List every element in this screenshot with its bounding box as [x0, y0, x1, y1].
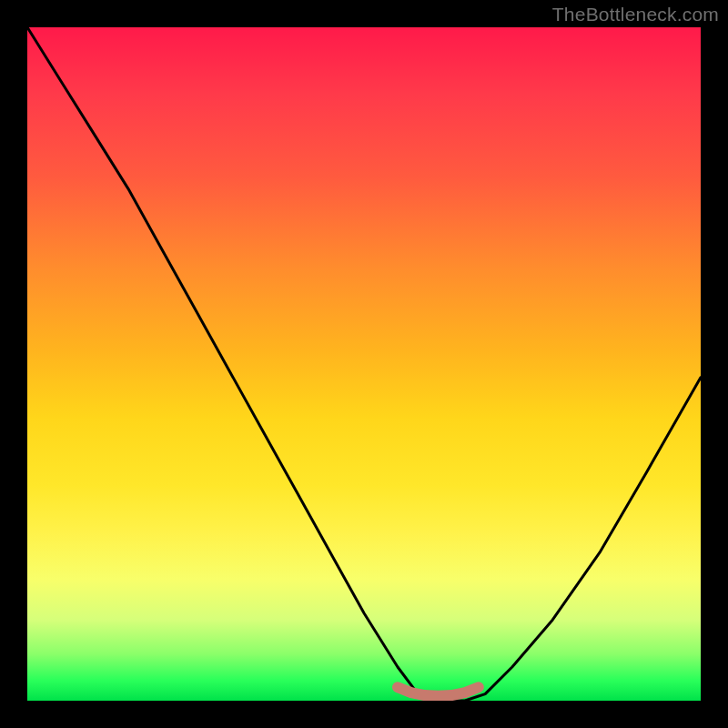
curve-group	[27, 27, 701, 701]
optimal-band-path	[398, 687, 479, 696]
plot-area	[27, 27, 701, 701]
bottleneck-curve-path	[27, 27, 701, 701]
watermark-text: TheBottleneck.com	[552, 4, 719, 25]
curve-svg	[27, 27, 701, 701]
chart-frame: TheBottleneck.com	[0, 0, 728, 728]
